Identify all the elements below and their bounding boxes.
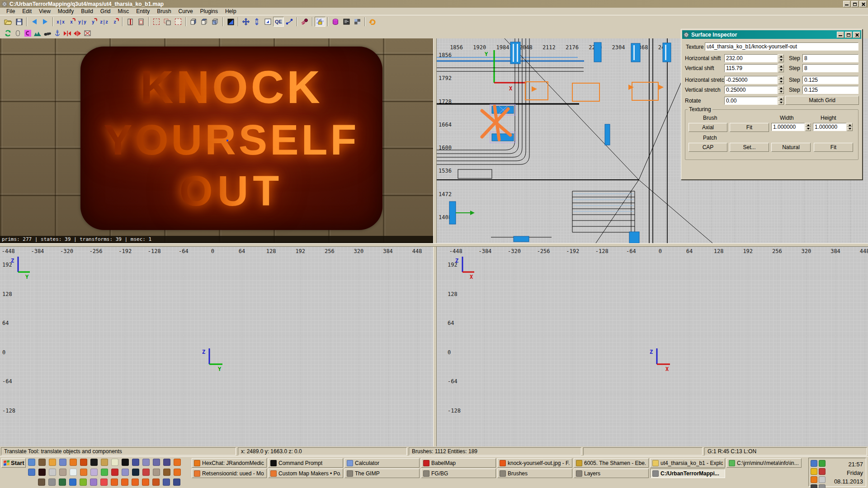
quicklaunch-icon[interactable] <box>163 469 170 476</box>
quicklaunch-icon[interactable] <box>28 459 35 466</box>
clipper-button[interactable] <box>225 17 236 27</box>
start-button[interactable]: Start <box>1 458 26 468</box>
taskbar-button[interactable]: HexChat: JRandomMedic... <box>192 458 267 468</box>
quicklaunch-icon[interactable] <box>111 459 118 466</box>
quicklaunch-icon[interactable] <box>163 459 170 466</box>
capsule-icon[interactable] <box>13 29 23 38</box>
quicklaunch-icon[interactable] <box>70 469 77 476</box>
axial-button[interactable]: Axial <box>689 123 727 132</box>
quicklaunch-icon[interactable] <box>59 459 66 466</box>
xz-2d-view[interactable]: -448-384-320-256-192-128-640641281922563… <box>437 247 868 446</box>
quicklaunch-icon[interactable] <box>90 469 98 476</box>
quicklaunch-icon[interactable] <box>90 459 98 466</box>
height-input[interactable]: 1.000000 <box>813 123 846 131</box>
quicklaunch-icon[interactable] <box>101 469 108 476</box>
set-button[interactable]: Set... <box>730 143 769 152</box>
rotate-x-button[interactable]: x <box>66 17 77 27</box>
width-input[interactable]: 1.000000 <box>771 123 805 131</box>
step-input[interactable]: 0.125 <box>802 76 859 84</box>
menu-item[interactable]: Misc <box>114 8 133 15</box>
taskbar-button[interactable]: Brushes <box>497 469 572 478</box>
taskbar-button[interactable]: Retsensioonid: uued - Mo... <box>192 469 267 478</box>
taskbar-button[interactable]: ut4_tharsia_ko_b1 - Explo... <box>650 458 725 468</box>
param-spinner[interactable] <box>778 54 784 62</box>
quicklaunch-icon[interactable] <box>142 459 150 466</box>
pointfile-button[interactable] <box>299 17 310 27</box>
param-input[interactable]: 115.79 <box>724 64 778 72</box>
restore-button[interactable] <box>851 1 859 7</box>
quicklaunch-icon[interactable] <box>49 459 56 466</box>
taskbar-button[interactable]: Command Prompt <box>268 458 343 468</box>
entity-connect-button[interactable] <box>284 17 295 27</box>
caterpillar-icon[interactable] <box>42 29 52 38</box>
fit-patch-button[interactable]: Fit <box>814 143 853 152</box>
selection-marquee-button[interactable] <box>173 17 184 27</box>
quicklaunch-icon[interactable] <box>48 479 56 486</box>
param-input[interactable]: 0.25000 <box>724 86 778 94</box>
taskbar-button[interactable]: 6005. The Shamen - Ebe... <box>574 458 649 468</box>
menu-item[interactable]: View <box>35 8 54 15</box>
quicklaunch-icon[interactable] <box>69 479 76 486</box>
texture-input[interactable]: ut4_tharsia_ko_b1/knock-yourself-out <box>705 42 859 51</box>
taskbar-button[interactable]: FG/BG <box>421 469 496 478</box>
forward-button[interactable] <box>40 17 51 27</box>
quicklaunch-icon[interactable] <box>173 479 180 486</box>
param-spinner[interactable] <box>778 76 784 84</box>
quicklaunch-icon[interactable] <box>111 469 118 476</box>
select-touching-button[interactable] <box>151 17 162 27</box>
quicklaunch-icon[interactable] <box>163 479 170 486</box>
flip-x-button[interactable]: x|x <box>55 17 66 27</box>
tray-icon[interactable] <box>811 476 817 483</box>
quicklaunch-icon[interactable] <box>100 479 108 486</box>
menu-item[interactable]: Build <box>77 8 97 15</box>
texture-browser-button[interactable] <box>330 17 341 27</box>
quicklaunch-icon[interactable] <box>142 469 150 476</box>
tray-icon[interactable] <box>811 468 817 475</box>
taskbar-button[interactable]: Layers <box>574 469 649 478</box>
save-button[interactable] <box>14 17 24 27</box>
close-button[interactable] <box>859 1 867 7</box>
quicklaunch-icon[interactable] <box>122 469 129 476</box>
quicklaunch-icon[interactable] <box>132 459 139 466</box>
rotate-y-button[interactable]: y <box>88 17 99 27</box>
refresh-references-button[interactable] <box>367 17 378 27</box>
open-button[interactable] <box>3 17 14 27</box>
anchor-icon[interactable] <box>52 29 62 38</box>
split-arrows-icon[interactable] <box>72 29 82 38</box>
quicklaunch-icon[interactable] <box>38 469 46 476</box>
quicklaunch-icon[interactable] <box>153 469 160 476</box>
param-input[interactable]: 232.00 <box>724 54 778 62</box>
rotate-z-button[interactable]: z <box>109 17 120 27</box>
dialog-minimize-button[interactable] <box>837 32 844 38</box>
height-spinner[interactable] <box>847 123 853 131</box>
menu-item[interactable]: File <box>3 8 19 15</box>
tray-icon[interactable] <box>811 484 817 488</box>
taskbar-button[interactable]: C:/UrbanTerrorMappi... <box>650 469 725 478</box>
tray-icon[interactable] <box>819 476 826 483</box>
quicklaunch-icon[interactable] <box>122 459 129 466</box>
csg-merge-button[interactable] <box>136 17 146 27</box>
taskbar-button[interactable]: knock-yourself-out.jpg - F... <box>497 458 572 468</box>
hollow-brush-button[interactable] <box>125 17 136 27</box>
dialog-maximize-button[interactable] <box>845 32 852 38</box>
quicklaunch-icon[interactable] <box>174 459 181 466</box>
tray-icon[interactable] <box>819 468 826 475</box>
quicklaunch-icon[interactable] <box>28 469 35 476</box>
menu-item[interactable]: Edit <box>19 8 35 15</box>
brush-cube-button[interactable] <box>188 17 199 27</box>
quicklaunch-icon[interactable] <box>90 479 97 486</box>
dialog-close-button[interactable] <box>853 32 860 38</box>
param-spinner[interactable] <box>778 86 784 94</box>
quicklaunch-icon[interactable] <box>142 479 149 486</box>
scale-tool-button[interactable] <box>251 17 262 27</box>
quicklaunch-icon[interactable] <box>132 479 139 486</box>
quicklaunch-icon[interactable] <box>38 459 46 466</box>
menu-item[interactable]: Help <box>222 8 240 15</box>
flip-z-button[interactable]: z|z <box>99 17 109 27</box>
translate-tool-button[interactable] <box>241 17 251 27</box>
quicklaunch-icon[interactable] <box>132 469 139 476</box>
param-spinner[interactable] <box>778 64 784 72</box>
match-grid-button[interactable]: Match Grid <box>785 96 859 105</box>
vertical-splitter[interactable] <box>433 38 437 446</box>
menu-item[interactable]: Plugins <box>197 8 222 15</box>
